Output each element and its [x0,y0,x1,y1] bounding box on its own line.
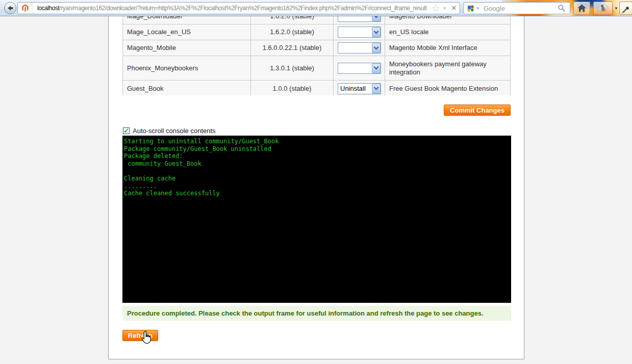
extension-name: Mage_Downloader [123,16,251,24]
extension-description: en_US locale [385,24,511,40]
extension-action-cell [334,24,385,40]
extension-action-cell [334,16,385,24]
addon-dropdown-icon[interactable]: ▼ [614,6,618,11]
select-dropdown-icon[interactable] [372,43,381,53]
url-dropdown-icon[interactable]: ▼ [441,6,448,11]
autoscroll-label: Auto-scroll console contents [133,127,216,135]
extension-action-cell: Uninstall [334,81,385,96]
extension-description: Magento Mobile Xml Interface [385,40,511,56]
back-arrow-icon [6,4,14,12]
console-output: Starting to uninstall community/Guest_Bo… [122,136,511,303]
search-magnifier-icon[interactable] [558,4,566,12]
extension-name: Magento_Mobile [123,40,251,56]
action-select[interactable] [338,42,381,54]
connect-manager-panel: Mage_Downloader1.6.2.0 (stable)Magento D… [108,16,524,359]
extension-row: Mage_Downloader1.6.2.0 (stable)Magento D… [123,16,511,24]
extension-version: 1.0.0 (stable) [251,81,334,96]
search-box[interactable]: ▼ Google [463,2,570,14]
back-button[interactable] [4,2,16,14]
url-text[interactable]: localhost/ryan/magento162/downloader/?re… [33,5,431,12]
extension-version: 1.6.2.0 (stable) [251,24,334,40]
action-select[interactable] [338,27,381,38]
refresh-button[interactable]: Refresh [122,330,158,341]
extension-row: Magento_Mobile1.6.0.0.22.1 (stable)Magen… [123,40,511,56]
eyedropper-icon [621,3,631,14]
action-select-value: Uninstall [338,85,372,93]
fly-addon-icon [596,3,610,14]
extension-version: 1.6.0.0.22.1 (stable) [251,40,334,56]
extension-action-cell [334,40,385,56]
extensions-table-wrapper: Mage_Downloader1.6.2.0 (stable)Magento D… [122,16,511,95]
url-host: localhost [37,5,59,12]
extension-description: Moneybookers payment gateway integration [385,56,511,81]
url-path: /ryan/magento162/downloader/?return=http… [59,5,426,12]
commit-changes-button[interactable]: Commit Changes [444,105,511,116]
status-bar: Procedure completed. Please check the ou… [122,306,511,321]
bookmark-star-icon[interactable]: ☆ [431,3,441,14]
extension-row: Guest_Book1.0.0 (stable)UninstallFree Gu… [123,81,511,96]
extensions-table: Mage_Downloader1.6.2.0 (stable)Magento D… [122,16,511,95]
addon-button[interactable] [593,2,613,15]
action-select[interactable] [338,63,381,74]
hand-cursor-icon [141,330,153,345]
home-icon [577,4,587,13]
eyedropper-button[interactable] [619,2,632,15]
select-dropdown-icon[interactable] [372,84,381,94]
extension-name: Phoenix_Moneybookers [123,56,251,81]
extension-version: 1.3.0.1 (stable) [251,56,334,81]
checkmark-icon: ✓ [123,128,129,134]
google-engine-icon[interactable] [467,5,474,12]
status-message: Procedure completed. Please check the ou… [122,309,484,317]
extension-name: Guest_Book [123,81,251,96]
browser-toolbar: localhost/ryan/magento162/downloader/?re… [0,0,632,16]
search-input[interactable]: Google [482,5,558,12]
extension-description: Magento Downloader [385,16,511,24]
select-dropdown-icon[interactable] [372,63,381,73]
extension-action-cell [334,56,385,81]
extension-version: 1.6.2.0 (stable) [251,16,334,24]
extension-row: Mage_Locale_en_US1.6.2.0 (stable)en_US l… [123,24,511,40]
extension-description: Free Guest Book Magento Extension [385,81,511,96]
stop-icon[interactable]: ✕ [448,3,460,14]
select-dropdown-icon[interactable] [372,27,381,37]
site-identity-box[interactable] [18,3,33,14]
extension-name: Mage_Locale_en_US [123,24,251,40]
extension-row: Phoenix_Moneybookers1.3.0.1 (stable)Mone… [123,56,511,81]
search-engine-dropdown-icon[interactable]: ▼ [474,6,482,11]
autoscroll-checkbox[interactable]: ✓ [123,127,130,134]
url-bar[interactable]: localhost/ryan/magento162/downloader/?re… [17,2,460,14]
action-select[interactable]: Uninstall [338,83,381,94]
select-dropdown-icon[interactable] [372,16,381,21]
magento-favicon [21,4,29,12]
autoscroll-row: ✓ Auto-scroll console contents [123,127,216,135]
action-select[interactable] [338,16,381,22]
home-button[interactable] [573,2,590,15]
